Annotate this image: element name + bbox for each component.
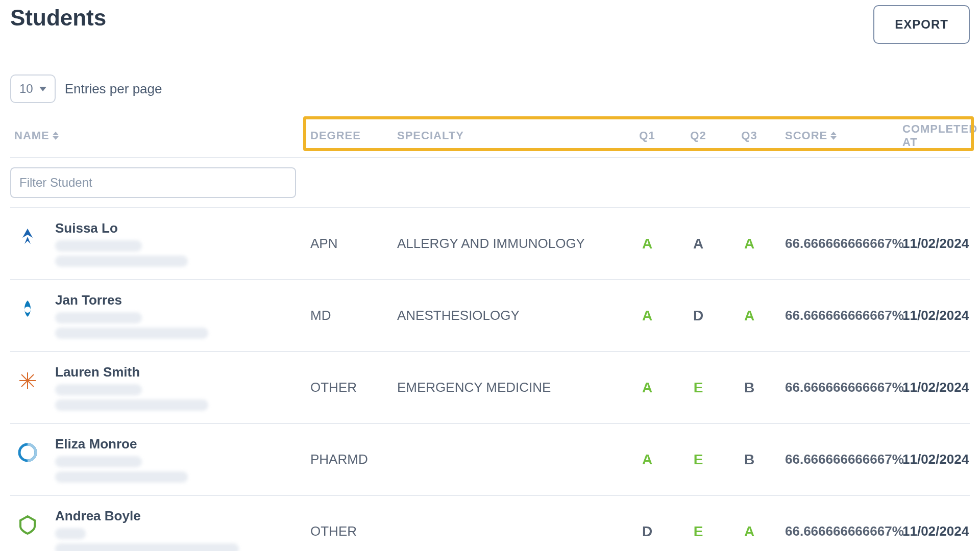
table-row[interactable]: Suissa Lo APN ALLERGY AND IMMUNOLOGY A A… <box>10 208 970 280</box>
q2-cell: E <box>673 452 724 468</box>
q3-cell: B <box>724 452 775 468</box>
col-q2[interactable]: Q2 <box>673 129 724 142</box>
col-specialty[interactable]: SPECIALTY <box>397 129 622 142</box>
col-name[interactable]: NAME <box>14 129 310 142</box>
sort-icon <box>830 132 837 140</box>
student-name: Suissa Lo <box>55 220 188 236</box>
score-cell: 66.666666666667% <box>775 236 902 252</box>
student-name: Andrea Boyle <box>55 508 239 524</box>
completed-at-cell: 11/02/2024 <box>902 380 979 395</box>
redacted-info <box>55 399 208 411</box>
col-q3[interactable]: Q3 <box>724 129 775 142</box>
avatar <box>14 295 41 322</box>
filter-row <box>10 158 970 208</box>
col-q3-label: Q3 <box>741 129 757 142</box>
student-name: Eliza Monroe <box>55 436 188 452</box>
score-cell: 66.666666666667% <box>775 380 902 395</box>
q2-cell: D <box>673 308 724 324</box>
specialty-cell: ANESTHESIOLOGY <box>397 308 622 323</box>
avatar <box>14 439 41 466</box>
col-specialty-label: SPECIALTY <box>397 129 464 142</box>
completed-at-cell: 11/02/2024 <box>902 236 979 252</box>
avatar <box>14 223 41 250</box>
col-completed-at-label: COMPLETED AT <box>902 122 977 149</box>
export-button[interactable]: EXPORT <box>873 5 970 44</box>
entries-label: Entries per page <box>65 81 162 97</box>
completed-at-cell: 11/02/2024 <box>902 523 979 539</box>
q2-cell: E <box>673 523 724 540</box>
chevron-down-icon <box>39 87 46 91</box>
degree-cell: MD <box>310 308 397 323</box>
score-cell: 66.666666666667% <box>775 452 902 467</box>
entries-per-page-select[interactable]: 10 <box>10 74 56 103</box>
q2-cell: E <box>673 380 724 396</box>
q1-cell: A <box>622 308 673 324</box>
degree-cell: PHARMD <box>310 452 397 467</box>
q1-cell: A <box>622 380 673 396</box>
col-score-label: SCORE <box>785 129 827 142</box>
col-degree-label: DEGREE <box>310 129 361 142</box>
score-cell: 66.666666666667% <box>775 523 902 539</box>
degree-cell: OTHER <box>310 380 397 395</box>
table-header: NAME DEGREE SPECIALTY Q1 Q2 Q3 SCORE COM… <box>10 122 970 155</box>
table-row[interactable]: Jan Torres MD ANESTHESIOLOGY A D A 66.66… <box>10 280 970 352</box>
score-cell: 66.666666666667% <box>775 308 902 323</box>
filter-student-input[interactable] <box>10 167 296 198</box>
redacted-info <box>55 543 239 551</box>
student-name: Jan Torres <box>55 292 208 308</box>
col-name-label: NAME <box>14 129 50 142</box>
completed-at-cell: 11/02/2024 <box>902 308 979 323</box>
col-q1[interactable]: Q1 <box>622 129 673 142</box>
redacted-info <box>55 384 142 395</box>
col-q1-label: Q1 <box>639 129 655 142</box>
redacted-info <box>55 240 142 252</box>
q3-cell: A <box>724 523 775 540</box>
degree-cell: OTHER <box>310 523 397 539</box>
student-name: Lauren Smith <box>55 364 208 380</box>
redacted-info <box>55 528 86 539</box>
sort-icon <box>53 132 59 140</box>
q1-cell: A <box>622 452 673 468</box>
q3-cell: B <box>724 380 775 396</box>
completed-at-cell: 11/02/2024 <box>902 452 979 467</box>
table-row[interactable]: Lauren Smith OTHER EMERGENCY MEDICINE A … <box>10 352 970 424</box>
q1-cell: D <box>622 523 673 540</box>
col-degree[interactable]: DEGREE <box>310 129 397 142</box>
col-score[interactable]: SCORE <box>775 129 837 142</box>
redacted-info <box>55 471 188 483</box>
q2-cell: A <box>673 236 724 252</box>
col-q2-label: Q2 <box>690 129 706 142</box>
avatar <box>14 511 41 538</box>
svg-point-0 <box>24 307 31 313</box>
q3-cell: A <box>724 308 775 324</box>
q3-cell: A <box>724 236 775 252</box>
redacted-info <box>55 456 142 467</box>
redacted-info <box>55 256 188 267</box>
col-completed-at[interactable]: COMPLETED AT <box>902 122 980 149</box>
specialty-cell: ALLERGY AND IMMUNOLOGY <box>397 236 622 252</box>
q1-cell: A <box>622 236 673 252</box>
table-row[interactable]: Eliza Monroe PHARMD A E B 66.66666666666… <box>10 424 970 496</box>
entries-value: 10 <box>19 82 33 96</box>
table-row[interactable]: Andrea Boyle OTHER D E A 66.666666666667… <box>10 496 970 551</box>
specialty-cell: EMERGENCY MEDICINE <box>397 380 622 395</box>
degree-cell: APN <box>310 236 397 252</box>
page-title: Students <box>10 5 106 31</box>
avatar <box>14 367 41 394</box>
redacted-info <box>55 312 142 323</box>
redacted-info <box>55 328 208 339</box>
